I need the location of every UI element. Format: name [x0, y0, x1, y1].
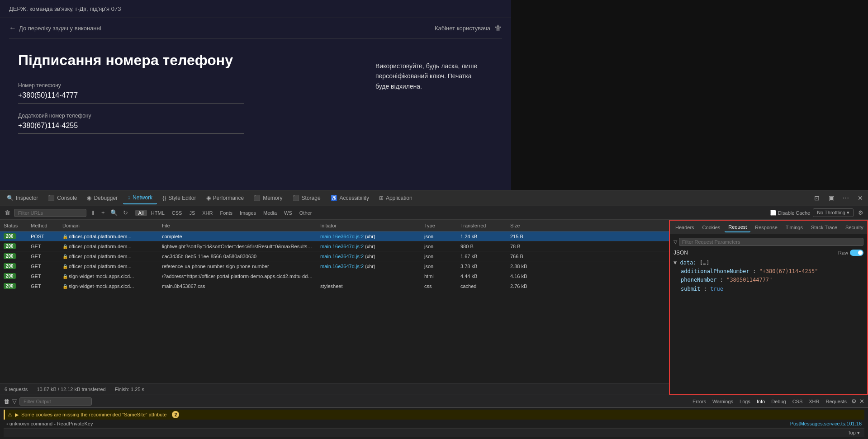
console-toolbar: 🗑 ▽ Errors Warnings Logs Info Debug CSS … — [0, 395, 868, 407]
table-row[interactable]: 200 GET 🔒officer-portal-platform-dem... … — [0, 251, 669, 261]
page-content: Підписання номера телефону Номер телефон… — [0, 38, 511, 156]
search-button[interactable]: 🔍 — [109, 208, 119, 217]
tab-headers[interactable]: Headers — [672, 223, 698, 232]
requests-button[interactable]: Requests — [824, 398, 849, 405]
dock-side-button[interactable]: ▣ — [826, 193, 837, 203]
filter-other[interactable]: Other — [296, 210, 315, 216]
method-cell: GET — [27, 244, 59, 249]
table-row[interactable]: 200 GET 🔒officer-portal-platform-dem... … — [0, 261, 669, 271]
tab-console[interactable]: ⬛ Console — [43, 192, 81, 204]
table-row[interactable]: 200 POST 🔒officer-portal-platform-dem...… — [0, 231, 669, 241]
pause-button[interactable]: ⏸ — [88, 208, 98, 217]
disable-cache-label: Disable Cache — [770, 210, 811, 216]
devtools-toolbar-right: ⊡ ▣ ⋯ ✕ — [811, 193, 866, 203]
filter-media[interactable]: Media — [260, 210, 280, 216]
json-expand[interactable]: ▼ — [674, 260, 677, 266]
warnings-button[interactable]: Warnings — [711, 398, 735, 405]
initiator-link[interactable]: main.16e3647d.js:2 — [320, 234, 364, 239]
status-cell: 200 — [0, 233, 27, 239]
json-root: ▼ data: […] — [674, 259, 863, 267]
tab-response[interactable]: Response — [751, 223, 781, 232]
debugger-icon: ◉ — [87, 195, 91, 201]
settings-icon[interactable]: ⚙ — [851, 398, 857, 405]
domain-cell: 🔒officer-portal-platform-dem... — [59, 234, 158, 239]
method-cell: POST — [27, 234, 59, 239]
tab-inspector[interactable]: 🔍 Inspector — [2, 192, 43, 204]
tab-storage[interactable]: ⬛ Storage — [288, 192, 325, 204]
filter-css[interactable]: CSS — [169, 210, 185, 216]
css-button[interactable]: CSS — [791, 398, 805, 405]
initiator-cell: main.16e3647d.js:2 (xhr) — [317, 244, 421, 249]
tab-stack-trace[interactable]: Stack Trace — [807, 223, 841, 232]
filter-images[interactable]: Images — [237, 210, 259, 216]
tab-application[interactable]: ⊞ Application — [375, 192, 417, 204]
filter-all[interactable]: All — [135, 210, 147, 216]
disable-cache-checkbox[interactable] — [770, 210, 776, 216]
dock-bottom-button[interactable]: ⊡ — [811, 193, 822, 203]
warning-expand-arrow[interactable]: ▶ — [15, 412, 19, 418]
tab-style-editor[interactable]: {} Style Editor — [158, 192, 200, 204]
tab-timings[interactable]: Timings — [782, 223, 806, 232]
add-filter-button[interactable]: + — [100, 208, 107, 217]
table-row[interactable]: 200 GET 🔒sign-widget-mock.apps.cicd... m… — [0, 281, 669, 291]
status-cell: 200 — [0, 273, 27, 279]
file-cell: cac3d35b-8eb5-11ee-8566-0a580a830630 — [158, 254, 317, 259]
filter-fonts[interactable]: Fonts — [217, 210, 236, 216]
file-cell: lightweight?sortBy=id&sortOrder=desc&fir… — [158, 244, 317, 249]
trash-button[interactable]: 🗑 — [3, 208, 12, 217]
filter-urls-input[interactable] — [14, 209, 86, 217]
tab-performance[interactable]: ◉ Performance — [202, 192, 249, 204]
nav-back-button[interactable]: ← До переліку задач у виконанні — [9, 24, 101, 32]
tab-cookies[interactable]: Cookies — [699, 223, 724, 232]
filter-ws[interactable]: WS — [281, 210, 295, 216]
debug-button[interactable]: Debug — [769, 398, 787, 405]
accessibility-icon: ♿ — [331, 195, 337, 201]
raw-toggle[interactable]: Raw — [838, 250, 863, 256]
console-filter-input[interactable] — [19, 397, 92, 406]
tab-security[interactable]: Security — [842, 223, 867, 232]
initiator-link[interactable]: main.16e3647d.js:2 — [320, 254, 364, 259]
tab-debugger[interactable]: ◉ Debugger — [82, 192, 122, 204]
close-console-icon[interactable]: ✕ — [859, 398, 864, 405]
inspector-label: Inspector — [16, 195, 38, 201]
errors-button[interactable]: Errors — [691, 398, 708, 405]
filter-params-input[interactable] — [679, 238, 863, 246]
initiator-link[interactable]: main.16e3647d.js:2 — [320, 264, 364, 269]
initiator-link[interactable]: main.16e3647d.js:2 — [320, 244, 364, 249]
close-devtools-button[interactable]: ✕ — [855, 193, 866, 203]
request-filter-bar: ▽ — [674, 238, 863, 246]
info-button[interactable]: Info — [755, 398, 767, 405]
tab-accessibility[interactable]: ♿ Accessibility — [326, 192, 374, 204]
table-row[interactable]: 200 GET 🔒sign-widget-mock.apps.cicd... /… — [0, 271, 669, 281]
tab-request[interactable]: Request — [725, 222, 750, 232]
logs-button[interactable]: Logs — [738, 398, 752, 405]
console-source-link[interactable]: PostMessages.service.ts:101:16 — [790, 421, 862, 426]
toggle-pill[interactable] — [850, 250, 863, 256]
size-cell: 215 B — [507, 234, 543, 239]
filter-xhr[interactable]: XHR — [199, 210, 216, 216]
status-cell: 200 — [0, 283, 27, 289]
request-count: 6 requests — [5, 387, 28, 392]
top-dropdown[interactable]: Top ▾ — [848, 430, 860, 436]
raw-label-text: Raw — [838, 250, 848, 255]
table-row[interactable]: 200 GET 🔒officer-portal-platform-dem... … — [0, 241, 669, 251]
transferred-cell: 4.44 kB — [457, 274, 507, 279]
extra-phone-value: +380(67)114-4255 — [18, 122, 244, 134]
tab-memory[interactable]: ⬛ Memory — [249, 192, 287, 204]
json-key: submit — [681, 286, 700, 292]
network-settings-button[interactable]: ⚙ — [856, 208, 865, 217]
xhr-button[interactable]: XHR — [807, 398, 821, 405]
more-options-button[interactable]: ⋯ — [840, 193, 851, 203]
size-cell: 2.88 kB — [507, 264, 543, 269]
filter-js[interactable]: JS — [186, 210, 198, 216]
throttling-button[interactable]: No Throttling ▾ — [813, 208, 854, 217]
filter-html[interactable]: HTML — [148, 210, 168, 216]
tab-network[interactable]: ↕ Network — [123, 192, 157, 204]
memory-icon: ⬛ — [254, 195, 261, 201]
console-messages: ⚠ ▶ Some cookies are missing the recomme… — [0, 407, 868, 439]
transferred-cell: cached — [457, 283, 507, 289]
col-domain-header: Domain — [59, 223, 158, 228]
refresh-button[interactable]: ↻ — [121, 208, 130, 217]
trash-console-icon[interactable]: 🗑 — [4, 398, 9, 405]
network-label: Network — [133, 194, 152, 201]
